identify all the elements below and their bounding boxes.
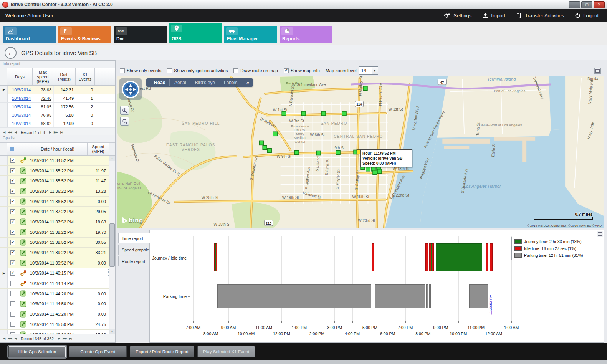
- close-button[interactable]: ✕: [594, 1, 605, 8]
- gps-marker[interactable]: [282, 111, 286, 116]
- map-option-draw-route-on-map[interactable]: Draw route on map: [233, 68, 278, 73]
- report-tab-route-report[interactable]: Route report: [118, 256, 150, 266]
- gps-row-checkbox[interactable]: [10, 322, 15, 327]
- gps-list-row[interactable]: 10/3/2014 11:36:22 PM13.28: [0, 186, 109, 197]
- checkbox[interactable]: [167, 68, 172, 73]
- gps-list-row[interactable]: 10/3/2014 11:44:20 PM0.00: [0, 289, 109, 299]
- map-mode-labels[interactable]: Labels: [220, 79, 241, 86]
- menu-item-transfer-activities[interactable]: Transfer Activities: [516, 12, 564, 18]
- gps-list-row[interactable]: ▶10/3/2014 11:40:15 PM: [0, 268, 109, 279]
- checkbox[interactable]: [284, 68, 289, 73]
- max-speed-link[interactable]: 76.95: [41, 113, 51, 117]
- gps-list-row[interactable]: 10/3/2014 11:39:52 PM0.00: [0, 258, 109, 268]
- create-gps-event-button[interactable]: Create Gps Event: [69, 346, 127, 357]
- gps-list-row[interactable]: 10/3/2014 11:34:52 PM: [0, 156, 109, 166]
- gps-list-row[interactable]: 10/3/2014 11:37:52 PM18.63: [0, 217, 109, 227]
- pager-first-icon[interactable]: |◀: [3, 337, 5, 340]
- menu-item-logout[interactable]: Logout: [575, 13, 599, 18]
- column-header[interactable]: X1 Events: [76, 68, 95, 85]
- gps-row-checkbox[interactable]: [10, 179, 15, 184]
- max-speed-link[interactable]: 72.40: [41, 96, 51, 101]
- gps-list-row[interactable]: 10/3/2014 11:46:20 PM17.93: [0, 330, 109, 334]
- report-tab-time-report[interactable]: Time report: [118, 233, 150, 243]
- gps-marker[interactable]: [259, 141, 263, 145]
- pager-next-icon[interactable]: ▶: [49, 131, 51, 134]
- hide-gps-selection-button[interactable]: Hide Gps Selection: [8, 346, 66, 357]
- gps-marker[interactable]: [363, 86, 367, 91]
- gps-list-row[interactable]: 10/3/2014 11:39:22 PM33.21: [0, 248, 109, 258]
- gps-list-row[interactable]: 10/3/2014 11:44:14 PM: [0, 278, 109, 289]
- gps-list-row[interactable]: 10/3/2014 11:45:20 PM0.00: [0, 309, 109, 319]
- gps-marker[interactable]: [373, 170, 377, 175]
- gps-marker[interactable]: [377, 169, 382, 174]
- gps-row-checkbox[interactable]: [10, 219, 15, 224]
- map-compass-control[interactable]: [122, 81, 139, 99]
- bing-logo[interactable]: bing: [122, 217, 143, 224]
- tab-dvr[interactable]: DVRDvr: [114, 26, 167, 43]
- maximize-button[interactable]: ▢: [581, 1, 592, 8]
- pager-next-icon[interactable]: ▶: [58, 337, 60, 340]
- gps-row-checkbox[interactable]: [10, 301, 15, 306]
- gps-list-row[interactable]: 10/3/2014 11:35:52 PM11.47: [0, 176, 109, 186]
- day-link[interactable]: 10/4/2014: [12, 96, 31, 101]
- map-panel[interactable]: Crest RdPeck ParkW Summerland AveMirales…: [117, 76, 604, 228]
- pager-next-page-icon[interactable]: ▶▶: [63, 337, 66, 340]
- map-mode-bird-s-eye[interactable]: Bird's eye: [191, 79, 219, 86]
- tab-fleet-manager[interactable]: Fleet Manager: [224, 26, 277, 43]
- column-header[interactable]: Dist. (Miles): [53, 68, 76, 85]
- gps-row-checkbox[interactable]: [10, 209, 15, 214]
- info-report-row[interactable]: 10/4/201472.4041.491: [0, 94, 115, 103]
- gps-marker[interactable]: [267, 148, 271, 152]
- gps-marker[interactable]: [301, 111, 306, 116]
- panel-maximize-button[interactable]: [594, 68, 601, 74]
- pager-next-page-icon[interactable]: ▶▶: [54, 131, 58, 134]
- export-print-route-report-button[interactable]: Export / Print Route Report: [130, 346, 194, 357]
- column-header-speed[interactable]: Speed (MPH): [88, 143, 109, 155]
- scroll-down-icon[interactable]: ▼: [109, 329, 115, 334]
- max-speed-link[interactable]: 68.62: [41, 121, 51, 126]
- play-selected-x1-event-button[interactable]: Play Selected X1 Event: [197, 346, 255, 357]
- pager-first-icon[interactable]: |◀: [3, 131, 5, 134]
- back-button[interactable]: ←: [5, 47, 17, 59]
- column-header-date[interactable]: Date / hour (local): [28, 143, 88, 155]
- gps-list-row[interactable]: 10/3/2014 11:45:50 PM24.75: [0, 319, 109, 330]
- map-mode-aerial[interactable]: Aerial: [170, 79, 190, 86]
- column-header[interactable]: Days: [7, 68, 33, 85]
- menu-item-settings[interactable]: Settings: [443, 12, 471, 18]
- tab-dashboard[interactable]: Dashboard: [3, 26, 56, 43]
- scroll-up-icon[interactable]: ▲: [109, 156, 115, 161]
- gps-list-row[interactable]: 10/3/2014 11:36:52 PM0.00: [0, 197, 109, 207]
- day-link[interactable]: 10/7/2014: [12, 121, 31, 126]
- gps-row-checkbox[interactable]: [10, 332, 15, 334]
- scrollbar-thumb[interactable]: [109, 223, 115, 267]
- day-link[interactable]: 10/3/2014: [12, 88, 31, 92]
- tab-events-reviews[interactable]: Events & Reviews: [58, 26, 111, 43]
- checkbox[interactable]: [120, 68, 125, 73]
- pager-prev-icon[interactable]: ◀: [15, 337, 17, 340]
- gps-row-checkbox[interactable]: [10, 281, 15, 286]
- gps-marker[interactable]: [273, 132, 277, 136]
- menu-item-import[interactable]: Import: [482, 12, 505, 18]
- gps-row-checkbox[interactable]: [10, 250, 15, 255]
- gps-row-checkbox[interactable]: [10, 158, 15, 163]
- gps-list-row[interactable]: 10/3/2014 11:37:22 PM29.05: [0, 207, 109, 217]
- gps-marker[interactable]: [336, 150, 340, 154]
- tab-gps[interactable]: GPS: [169, 23, 222, 43]
- gps-row-checkbox[interactable]: [10, 189, 15, 194]
- map-zoom-select[interactable]: 14▼: [359, 66, 378, 75]
- minimize-button[interactable]: —: [569, 1, 580, 8]
- gps-marker[interactable]: [342, 111, 346, 116]
- max-speed-link[interactable]: 81.05: [41, 104, 51, 109]
- info-report-row[interactable]: ▶10/3/201478.68142.310: [0, 86, 115, 94]
- pager-prev-icon[interactable]: ◀: [15, 131, 17, 134]
- select-all-checkbox[interactable]: [7, 143, 17, 155]
- gps-list-row[interactable]: 10/3/2014 11:38:22 PM19.70: [0, 227, 109, 238]
- gps-marker[interactable]: [316, 151, 321, 155]
- map-option-show-only-events[interactable]: Show only events: [120, 68, 161, 73]
- gps-row-checkbox[interactable]: [10, 271, 15, 276]
- day-link[interactable]: 10/6/2014: [12, 113, 31, 117]
- map-option-show-map-info[interactable]: Show map info: [284, 68, 320, 73]
- gps-marker[interactable]: [366, 167, 370, 171]
- gps-list-row[interactable]: 10/3/2014 11:38:52 PM30.55: [0, 238, 109, 248]
- day-link[interactable]: 10/5/2014: [12, 104, 31, 109]
